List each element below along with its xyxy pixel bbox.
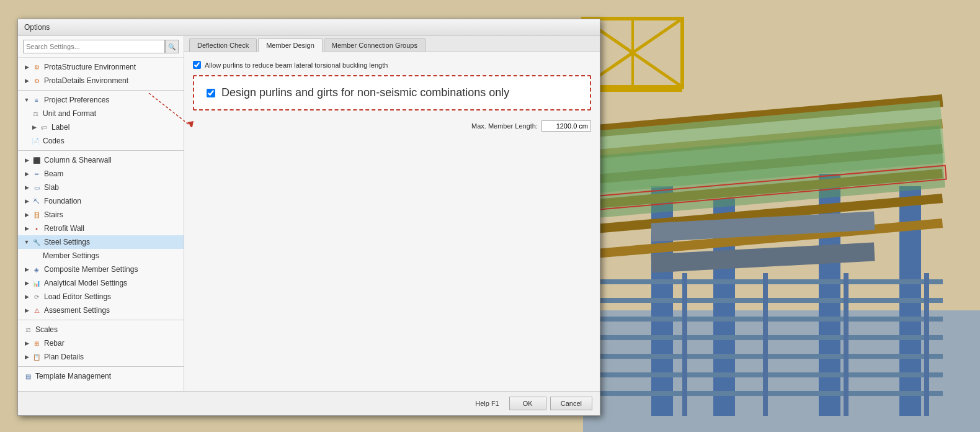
- expand-icon: ▶: [23, 279, 30, 287]
- allow-purlins-checkbox[interactable]: [193, 61, 201, 69]
- expand-icon: ▶: [23, 63, 30, 71]
- expand-icon: ▶: [23, 77, 30, 84]
- dialog-title: Options: [24, 23, 50, 32]
- expand-icon: ▶: [23, 211, 30, 218]
- svg-rect-23: [595, 335, 943, 340]
- sidebar-item-template-mgmt[interactable]: ▤ Template Management: [18, 369, 184, 383]
- sidebar-item-load-editor[interactable]: ▶ ⟳ Load Editor Settings: [18, 290, 184, 304]
- expand-icon: ▶: [23, 266, 30, 273]
- tabs-bar: Deflection Check Member Design Member Co…: [184, 36, 600, 52]
- sidebar-item-slab[interactable]: ▶ ▭ Slab: [18, 181, 184, 194]
- sidebar-item-steel-settings[interactable]: ▼ 🔧 Steel Settings: [18, 235, 184, 249]
- sidebar-item-label[interactable]: ▶ 🏷 Label: [18, 120, 184, 134]
- dialog-titlebar: Options: [18, 19, 600, 36]
- tab-deflection-check[interactable]: Deflection Check: [189, 38, 257, 52]
- svg-rect-24: [595, 354, 943, 359]
- sidebar-item-codes[interactable]: 📄 Codes: [18, 134, 184, 148]
- foundation-icon: ⛏: [32, 196, 42, 206]
- sidebar-item-beam[interactable]: ▶ ━ Beam: [18, 167, 184, 181]
- member-length-row: Max. Member Length:: [193, 120, 591, 132]
- allow-purlins-label: Allow purlins to reduce beam lateral tor…: [205, 61, 388, 69]
- tab-member-connection[interactable]: Member Connection Groups: [324, 38, 425, 52]
- beam-icon: ━: [32, 169, 42, 179]
- wall-icon: ▪: [32, 223, 42, 233]
- expand-icon: ▶: [23, 340, 30, 347]
- assessment-icon: ⚠: [32, 305, 42, 315]
- sidebar-item-analytical-model[interactable]: ▶ 📊 Analytical Model Settings: [18, 276, 184, 290]
- dialog-footer: Help F1 OK Cancel: [18, 391, 600, 415]
- empty-icon: [30, 251, 40, 261]
- sidebar-item-stairs[interactable]: ▶ 🪜 Stairs: [18, 208, 184, 222]
- steel-icon: 🔧: [32, 237, 42, 247]
- member-length-input[interactable]: [541, 120, 591, 132]
- svg-rect-25: [595, 372, 943, 377]
- highlight-box: Design purlins and girts for non-seismic…: [193, 75, 591, 110]
- svg-rect-28: [682, 273, 687, 416]
- sidebar-item-retrofit-wall[interactable]: ▶ ▪ Retrofit Wall: [18, 222, 184, 235]
- sidebar-item-column[interactable]: ▶ ⬛ Column & Shearwall: [18, 153, 184, 167]
- expand-icon: ▶: [23, 170, 30, 178]
- main-content: Deflection Check Member Design Member Co…: [184, 36, 600, 391]
- search-button[interactable]: 🔍: [165, 40, 179, 53]
- tab-member-design[interactable]: Member Design: [258, 38, 323, 52]
- orange-gear-icon-2: ⚙: [32, 76, 42, 86]
- expand-icon: ▶: [23, 307, 30, 314]
- svg-rect-20: [595, 279, 943, 284]
- rebar-icon: ⊞: [32, 338, 42, 348]
- svg-rect-29: [763, 273, 768, 416]
- sidebar-item-unit-format[interactable]: ⚖ Unit and Format: [18, 107, 184, 120]
- list-icon: ≡: [32, 95, 42, 105]
- stairs-icon: 🪜: [32, 210, 42, 220]
- expand-icon: ▶: [23, 156, 30, 164]
- svg-rect-21: [595, 298, 943, 303]
- expand-icon: ▶: [23, 197, 30, 205]
- sidebar: 🔍 ▶ ⚙ ProtaStructure Environment ▶ ⚙ Pro…: [18, 36, 184, 391]
- expand-icon: ▼: [23, 96, 30, 104]
- sidebar-item-foundation[interactable]: ▶ ⛏ Foundation: [18, 194, 184, 208]
- options-dialog: Options 🔍 ▶ ⚙ ProtaStructure Environment…: [17, 19, 600, 416]
- load-icon: ⟳: [32, 292, 42, 302]
- svg-rect-22: [595, 317, 943, 322]
- sidebar-item-member-settings[interactable]: Member Settings: [18, 249, 184, 263]
- member-length-label: Max. Member Length:: [471, 122, 538, 130]
- sidebar-item-project-prefs[interactable]: ▼ ≡ Project Preferences: [18, 93, 184, 107]
- svg-rect-31: [924, 273, 929, 416]
- highlight-label: Design purlins and girts for non-seismic…: [221, 86, 509, 99]
- svg-rect-26: [595, 391, 943, 396]
- search-input[interactable]: [23, 40, 165, 53]
- divider-2: [18, 150, 184, 151]
- doc-icon: 📄: [30, 136, 40, 146]
- search-bar: 🔍: [18, 36, 184, 58]
- expand-icon: ▶: [30, 124, 38, 131]
- divider-4: [18, 366, 184, 367]
- analytical-icon: 📊: [32, 278, 42, 288]
- sidebar-item-composite-member[interactable]: ▶ ◈ Composite Member Settings: [18, 263, 184, 276]
- dialog-body: 🔍 ▶ ⚙ ProtaStructure Environment ▶ ⚙ Pro…: [18, 36, 600, 391]
- help-text: Help F1: [475, 400, 499, 407]
- design-purlins-checkbox[interactable]: [207, 89, 215, 97]
- scales-icon: ⚖: [30, 109, 40, 119]
- expand-icon: ▼: [23, 238, 30, 246]
- divider-3: [18, 320, 184, 320]
- sidebar-item-plan-details[interactable]: ▶ 📋 Plan Details: [18, 350, 184, 364]
- divider-1: [18, 90, 184, 91]
- expand-icon: ▶: [23, 184, 30, 191]
- tree-area: ▶ ⚙ ProtaStructure Environment ▶ ⚙ Prota…: [18, 58, 184, 391]
- sidebar-item-scales[interactable]: ⚖ Scales: [18, 323, 184, 336]
- expand-icon: ▶: [23, 353, 30, 361]
- cancel-button[interactable]: Cancel: [550, 397, 592, 410]
- svg-rect-30: [844, 273, 849, 416]
- expand-icon: ▶: [23, 293, 30, 300]
- ok-button[interactable]: OK: [509, 397, 546, 410]
- expand-icon: ▶: [23, 225, 30, 232]
- scales2-icon: ⚖: [23, 325, 33, 335]
- plan-icon: 📋: [32, 352, 42, 362]
- content-panel: Allow purlins to reduce beam lateral tor…: [184, 52, 600, 391]
- sidebar-item-assessment[interactable]: ▶ ⚠ Assesment Settings: [18, 304, 184, 317]
- composite-icon: ◈: [32, 264, 42, 274]
- orange-gear-icon: ⚙: [32, 62, 42, 72]
- slab-icon: ▭: [32, 182, 42, 192]
- sidebar-item-rebar[interactable]: ▶ ⊞ Rebar: [18, 336, 184, 350]
- sidebar-item-prota-structure[interactable]: ▶ ⚙ ProtaStructure Environment: [18, 60, 184, 74]
- sidebar-item-prota-details[interactable]: ▶ ⚙ ProtaDetails Environment: [18, 74, 184, 88]
